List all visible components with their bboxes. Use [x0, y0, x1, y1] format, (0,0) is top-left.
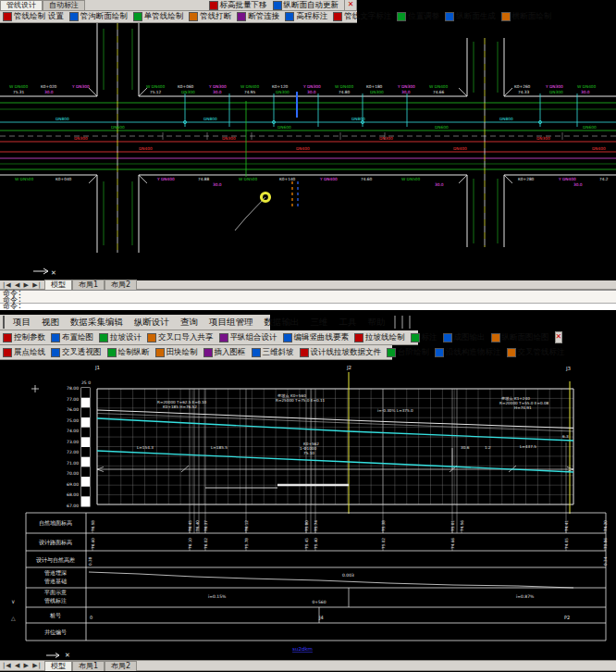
- toolbar-button-label: 管线文字标注: [344, 11, 391, 22]
- toolbar-button[interactable]: 台阶绘制: [384, 346, 432, 358]
- svg-text:76.60: 76.60: [91, 538, 95, 549]
- window-tab[interactable]: 自动标注: [43, 0, 85, 10]
- toolbar-button[interactable]: 拉坡设计: [96, 331, 144, 343]
- svg-text:74.96: 74.96: [460, 520, 464, 531]
- toolbar-button-label: 交叉口导入共享: [158, 332, 214, 343]
- plan-canvas-area[interactable]: W DN400K0+020Y DN300W DN400K0+060Y DN300…: [0, 23, 616, 280]
- menu-item[interactable]: 查询: [175, 317, 203, 329]
- svg-text:K0+260: K0+260: [514, 84, 531, 89]
- svg-text:78.00: 78.00: [67, 386, 79, 391]
- toolbar-button-icon: [501, 12, 511, 21]
- svg-text:平面示意: 平面示意: [44, 589, 67, 596]
- close-profile-toolbar-button[interactable]: ✕: [555, 331, 563, 343]
- toolbar-button[interactable]: 平纵组合设计: [216, 331, 280, 343]
- menu-item[interactable]: 项目组管理: [203, 317, 259, 329]
- toolbar-button[interactable]: 沿线构造物标注: [432, 346, 504, 358]
- plot-icon[interactable]: [401, 316, 403, 329]
- profile-canvas-area[interactable]: 78.0077.0076.0075.0074.0073.0072.0071.00…: [0, 360, 616, 660]
- toolbar-button-label: 台阶绘制: [398, 347, 429, 358]
- close-toolbar-button[interactable]: ✕: [344, 0, 357, 11]
- svg-text:75.40: 75.40: [314, 538, 318, 549]
- toolbar-button-label: 管沟断面绘制: [80, 11, 128, 22]
- toolbar-button[interactable]: 标注: [408, 331, 440, 343]
- help-tool-icon[interactable]: [409, 316, 411, 329]
- svg-text:i=0.87%: i=0.87%: [516, 594, 535, 599]
- toolbar-button[interactable]: 交叉管线标注: [504, 346, 568, 358]
- toolbar-button[interactable]: 管沟断面绘制: [67, 11, 130, 23]
- toolbar-button[interactable]: 交叉口导入共享: [144, 331, 216, 343]
- svg-text:30.6: 30.6: [461, 445, 470, 450]
- svg-text:74.00: 74.00: [67, 429, 79, 433]
- window-tab[interactable]: 布局2: [105, 280, 137, 290]
- svg-text:DN600: DN600: [583, 125, 597, 130]
- toolbar-button-label: 田块绘制: [166, 347, 198, 358]
- svg-text:W DN400: W DN400: [240, 84, 260, 89]
- menu-item[interactable]: 视图: [36, 317, 65, 329]
- svg-text:76.37: 76.37: [203, 520, 208, 531]
- toolbar-button[interactable]: 控制参数: [0, 331, 48, 343]
- menu-item[interactable]: 三维: [305, 317, 334, 329]
- toolbar-button[interactable]: 位置调整: [394, 11, 442, 23]
- menu-item[interactable]: 项目: [7, 317, 36, 329]
- layout-nav-arrows[interactable]: |◀ ◀ ▶ ▶|: [0, 281, 44, 289]
- svg-text:J3: J3: [565, 366, 572, 372]
- window-tab[interactable]: 模型: [44, 280, 72, 290]
- toolbar-button[interactable]: 单管线绘制: [130, 11, 187, 23]
- svg-text:1:2: 1:2: [485, 445, 491, 450]
- svg-text:0: 0: [90, 615, 92, 620]
- window-tab[interactable]: 布局1: [72, 661, 105, 671]
- toolbar-button-label: 成图输出: [454, 332, 486, 343]
- toolbar-button[interactable]: 展点绘线: [0, 346, 48, 358]
- svg-text:74.95: 74.95: [244, 90, 256, 94]
- toolbar-button[interactable]: 纵断面生成: [442, 11, 499, 23]
- plan-layout-tab-bar: |◀ ◀ ▶ ▶| 模型布局1布局2: [0, 280, 616, 290]
- svg-text:75.02: 75.02: [381, 538, 386, 549]
- layer-manager-icon[interactable]: [394, 316, 396, 329]
- command-input[interactable]: 命令:: [0, 303, 616, 310]
- toolbar-button[interactable]: 横断面绘制: [499, 11, 555, 23]
- toolbar-button[interactable]: 插入图框: [201, 346, 249, 358]
- plan-caption-tools: 标高批量下移纵断面自动更新: [206, 0, 342, 11]
- menu-item[interactable]: 帮助: [363, 317, 391, 329]
- toolbar-button-icon: [147, 333, 156, 342]
- svg-text:W DN500: W DN500: [15, 177, 34, 181]
- toolbar-button[interactable]: 布置绘图: [48, 331, 96, 343]
- layout-nav-arrows[interactable]: |◀ ◀ ▶ ▶|: [0, 662, 44, 669]
- svg-text:67.00: 67.00: [67, 504, 79, 508]
- svg-text:25 0: 25 0: [81, 380, 91, 385]
- toolbar-button[interactable]: 纵断面自动更新: [270, 0, 342, 11]
- toolbar-button[interactable]: 标高批量下移: [206, 0, 270, 11]
- profile-toolbar-row-2: 展点绘线交叉透视图绘制纵断田块绘制插入图框三维斜坡设计线拉坡数据文件台阶绘制沿线…: [0, 345, 392, 360]
- toolbar-button[interactable]: 交叉透视图: [48, 346, 105, 358]
- toolbar-button[interactable]: 成图输出: [440, 331, 488, 343]
- toolbar-button[interactable]: 三维斜坡: [249, 346, 297, 358]
- toolbar-button[interactable]: 管线文字标注: [330, 11, 394, 23]
- window-tab[interactable]: 管线设计: [0, 0, 43, 10]
- toolbar-button-label: 拉坡设计: [110, 332, 142, 343]
- window-tab[interactable]: 布局2: [105, 661, 137, 671]
- svg-text:su2dkm: su2dkm: [292, 646, 313, 652]
- svg-text:DN600: DN600: [277, 125, 291, 130]
- toolbar-button[interactable]: 管线打断: [186, 11, 234, 23]
- toolbar-button[interactable]: 管线绘制 设置: [0, 11, 67, 23]
- toolbar-button[interactable]: 拉坡线绘制: [351, 331, 408, 343]
- toolbar-button[interactable]: 高程标注: [282, 11, 330, 23]
- profile-toolbar1-buttons: 控制参数布置绘图拉坡设计交叉口导入共享平纵组合设计编辑竖曲线要素拉坡线绘制标注成…: [0, 331, 552, 343]
- toolbar-button[interactable]: 断管连接: [234, 11, 282, 23]
- toolbar-button[interactable]: 编辑竖曲线要素: [280, 331, 352, 343]
- toolbar-button[interactable]: 设计线拉坡数据文件: [297, 346, 385, 358]
- window-tab[interactable]: 模型: [44, 661, 72, 671]
- toolbar-button[interactable]: 田块绘制: [153, 346, 201, 358]
- window-tab[interactable]: 布局1: [72, 280, 105, 290]
- menu-item[interactable]: 纵断设计: [129, 317, 175, 329]
- toolbar-button-label: 控制参数: [14, 332, 45, 343]
- svg-text:W DN400: W DN400: [146, 84, 166, 89]
- toolbar-button-label: 纵断面图绘图: [502, 332, 549, 343]
- menu-item[interactable]: 工具: [334, 317, 363, 329]
- toolbar-button[interactable]: 绘制纵断: [105, 346, 153, 358]
- svg-text:L=437.5: L=437.5: [520, 444, 536, 449]
- toolbar-button-label: 标注: [422, 332, 437, 343]
- toolbar-button[interactable]: 纵断面图绘图: [488, 331, 552, 343]
- menu-item[interactable]: 数据采集编辑: [65, 317, 129, 329]
- menu-item[interactable]: 数据输出: [259, 317, 305, 329]
